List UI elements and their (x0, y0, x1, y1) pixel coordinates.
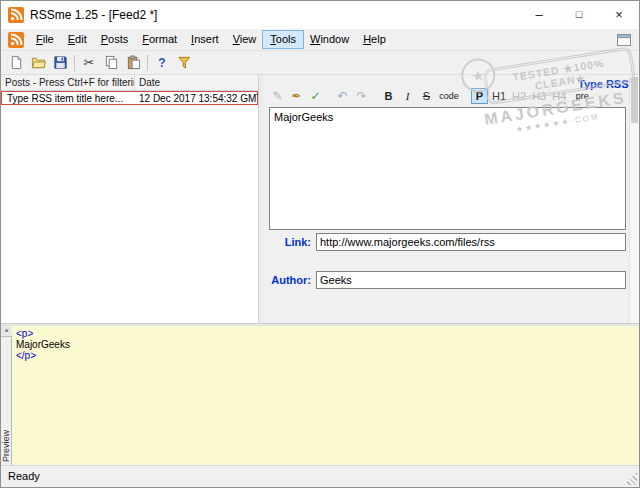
column-header-date[interactable]: Date (135, 75, 258, 90)
post-row-selected[interactable]: Type RSS item title here... 12 Dec 2017 … (1, 91, 258, 105)
save-disk-icon (53, 55, 68, 70)
app-rss-icon (8, 7, 24, 23)
paste-clipboard-icon (126, 55, 141, 70)
menu-posts[interactable]: Posts (94, 31, 136, 48)
mdi-child-window-icon[interactable] (617, 34, 631, 46)
cut-button[interactable]: ✂ (78, 53, 100, 73)
toolbar-separator (147, 55, 148, 71)
resize-grip[interactable] (624, 472, 637, 485)
preview-sidebar: × Preview (1, 326, 12, 465)
h3-button[interactable]: H3 (530, 88, 548, 104)
author-label: Author: (263, 271, 311, 289)
minimize-button[interactable]: – (519, 1, 559, 29)
posts-column-headers: Posts - Press Ctrl+F for filtering Date (1, 75, 258, 91)
preview-line: MajorGeeks (16, 339, 639, 350)
context-help-button[interactable]: ? (151, 53, 173, 73)
preview-panel: × Preview <p> MajorGeeks </p> (1, 326, 639, 465)
maximize-button[interactable]: □ (559, 1, 599, 29)
editor-scrollbar[interactable] (629, 75, 639, 323)
spellcheck-icon[interactable]: ✓ (307, 88, 324, 104)
preview-close-button[interactable]: × (1, 326, 12, 337)
open-folder-icon (31, 55, 46, 70)
bold-button[interactable]: B (380, 88, 397, 104)
pre-button[interactable]: pre (570, 88, 594, 104)
preview-line: </p> (16, 350, 639, 361)
window-title: RSSme 1.25 - [Feed2 *] (30, 8, 157, 22)
h4-button[interactable]: H4 (550, 88, 568, 104)
open-button[interactable] (27, 53, 49, 73)
editor-panel: Type RSS item title here... ✎ ✒ ✓ ↶ ↷ B … (263, 75, 639, 323)
format-toolbar: ✎ ✒ ✓ ↶ ↷ B I S code P H1 H2 H3 H4 pre (269, 87, 625, 105)
preview-tab-label[interactable]: Preview (1, 430, 12, 462)
menu-help[interactable]: Help (356, 31, 393, 48)
toolbar-separator (74, 55, 75, 71)
strikethrough-button[interactable]: S (418, 88, 435, 104)
copy-button[interactable] (100, 53, 122, 73)
filter-funnel-icon (177, 55, 192, 70)
app-window: RSSme 1.25 - [Feed2 *] – □ × File Edit P… (0, 0, 640, 488)
copy-icon (104, 55, 119, 70)
h2-button[interactable]: H2 (510, 88, 528, 104)
redo-icon[interactable]: ↷ (353, 88, 370, 104)
main-area: Posts - Press Ctrl+F for filtering Date … (1, 75, 639, 323)
menu-bar: File Edit Posts Format Insert View Tools… (1, 29, 639, 51)
status-bar: Ready (1, 465, 639, 487)
new-document-icon (9, 55, 24, 70)
post-content-editor[interactable]: MajorGeeks (269, 107, 626, 230)
title-bar: RSSme 1.25 - [Feed2 *] – □ × (1, 1, 639, 29)
paste-button[interactable] (122, 53, 144, 73)
main-toolbar: ✂ ? (1, 51, 639, 75)
undo-icon[interactable]: ↶ (334, 88, 351, 104)
filter-button[interactable] (173, 53, 195, 73)
rss-menu-icon (8, 32, 24, 48)
menu-window[interactable]: Window (303, 31, 356, 48)
save-button[interactable] (49, 53, 71, 73)
paragraph-button[interactable]: P (471, 88, 488, 104)
pen-icon[interactable]: ✒ (288, 88, 305, 104)
preview-source-pane[interactable]: <p> MajorGeeks </p> (12, 326, 639, 465)
cut-scissors-icon: ✂ (84, 55, 95, 70)
menu-format[interactable]: Format (135, 31, 184, 48)
menu-view[interactable]: View (226, 31, 264, 48)
posts-panel: Posts - Press Ctrl+F for filtering Date … (1, 75, 259, 323)
column-header-posts[interactable]: Posts - Press Ctrl+F for filtering (1, 75, 135, 90)
status-text: Ready (8, 470, 40, 482)
author-input[interactable] (316, 271, 626, 289)
menu-edit[interactable]: Edit (61, 31, 94, 48)
italic-button[interactable]: I (399, 88, 416, 104)
link-input[interactable] (316, 233, 626, 251)
new-document-button[interactable] (5, 53, 27, 73)
help-question-icon: ? (158, 56, 165, 70)
close-button[interactable]: × (599, 1, 639, 29)
code-button[interactable]: code (437, 88, 461, 104)
h1-button[interactable]: H1 (490, 88, 508, 104)
post-date-cell: 12 Dec 2017 13:54:32 GMT (135, 93, 258, 104)
pencil-icon[interactable]: ✎ (269, 88, 286, 104)
preview-line: <p> (16, 328, 639, 339)
post-title-cell: Type RSS item title here... (1, 93, 135, 104)
window-controls: – □ × (519, 1, 639, 29)
menu-file[interactable]: File (29, 31, 61, 48)
menu-tools[interactable]: Tools (263, 31, 303, 48)
link-label: Link: (263, 233, 311, 251)
scrollbar-thumb[interactable] (631, 77, 638, 123)
menu-insert[interactable]: Insert (184, 31, 226, 48)
